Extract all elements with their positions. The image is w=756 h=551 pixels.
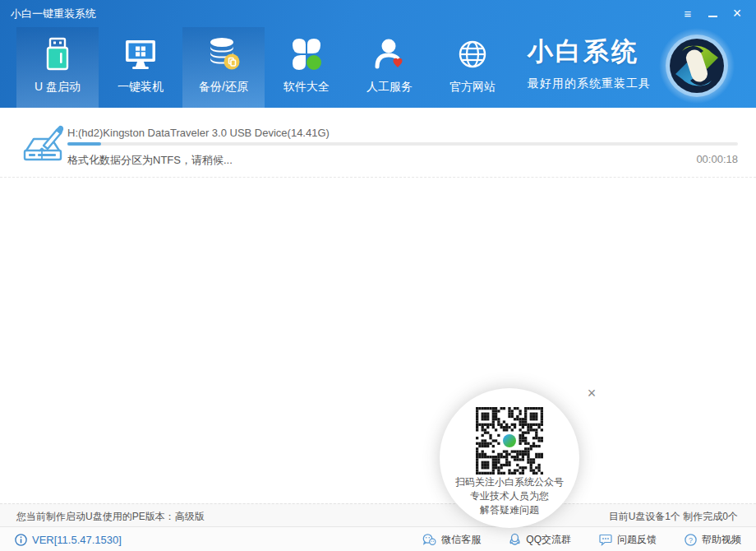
nav-label: 一键装机 — [118, 80, 164, 95]
popup-close-icon[interactable]: × — [583, 385, 600, 401]
globe-website-icon — [454, 36, 491, 72]
main-nav: U 盘启动 一键装机 — [16, 27, 514, 108]
status-bar: 您当前制作启动U盘使用的PE版本：高级版 目前U盘设备1个 制作完成0个 — [0, 503, 756, 526]
recycle-arrows-logo — [657, 26, 736, 105]
close-icon[interactable]: × — [725, 0, 749, 27]
monitor-install-icon — [122, 36, 159, 72]
task-status-text: 格式化数据分区为NTFS，请稍候... — [67, 153, 233, 168]
nav-label: 软件大全 — [284, 80, 330, 95]
info-icon — [15, 534, 27, 546]
usb-device-count-status: 目前U盘设备1个 制作完成0个 — [609, 510, 738, 524]
title-bar: 小白一键重装系统 ≡ × — [0, 0, 756, 27]
nav-label: U 盘启动 — [35, 80, 81, 95]
brand-block: 小白系统 最好用的系统重装工具 — [528, 35, 651, 91]
nav-tab-backup-restore[interactable]: 备份/还原 — [182, 27, 265, 108]
disk-write-icon — [20, 121, 64, 172]
minimize-icon[interactable] — [700, 0, 725, 27]
progress-bar — [67, 142, 738, 146]
software-apps-icon — [288, 36, 325, 72]
nav-tab-human-support[interactable]: 人工服务 — [348, 27, 431, 108]
elapsed-time: 00:00:18 — [696, 153, 738, 165]
menu-icon[interactable]: ≡ — [675, 0, 700, 27]
pe-version-status: 您当前制作启动U盘使用的PE版本：高级版 — [16, 510, 205, 524]
version-text: VER[11.5.47.1530] — [32, 534, 122, 546]
progress-bar-fill — [67, 142, 101, 146]
wechat-icon — [422, 534, 436, 546]
footer-link-label: QQ交流群 — [526, 533, 571, 547]
help-video-link[interactable]: ? 帮助视频 — [685, 533, 741, 547]
version-info[interactable]: VER[11.5.47.1530] — [15, 527, 122, 551]
footer-link-label: 帮助视频 — [702, 533, 741, 547]
app-header: 小白一键重装系统 ≡ × U 盘启动 — [0, 0, 756, 108]
brand-name: 小白系统 — [528, 35, 651, 69]
brand-tagline: 最好用的系统重装工具 — [528, 76, 651, 91]
window-title: 小白一键重装系统 — [11, 7, 96, 21]
backup-restore-disks-icon — [205, 36, 242, 72]
nav-tab-one-key-install[interactable]: 一键装机 — [99, 27, 182, 108]
wechat-support-link[interactable]: 微信客服 — [422, 533, 481, 547]
nav-label: 官方网站 — [449, 80, 496, 95]
task-device-label: H:(hd2)Kingston DataTraveler 3.0 USB Dev… — [67, 127, 330, 139]
feedback-link[interactable]: 问题反馈 — [599, 533, 657, 547]
nav-tab-official-website[interactable]: 官方网站 — [431, 27, 514, 108]
section-divider — [0, 177, 756, 178]
qr-popup-text: 扫码关注小白系统公众号 专业技术人员为您 解答疑难问题 — [440, 475, 579, 517]
usb-drive-icon — [39, 36, 76, 72]
qr-center-logo — [501, 433, 518, 449]
nav-tab-usb-boot[interactable]: U 盘启动 — [16, 27, 99, 108]
task-progress-section: H:(hd2)Kingston DataTraveler 3.0 USB Dev… — [0, 108, 756, 178]
footer-link-label: 问题反馈 — [617, 533, 657, 547]
nav-label: 人工服务 — [366, 80, 413, 95]
nav-label: 备份/还原 — [199, 80, 248, 95]
qq-icon — [509, 533, 521, 546]
nav-tab-software[interactable]: 软件大全 — [265, 27, 348, 108]
footer-link-label: 微信客服 — [441, 533, 481, 547]
footer-bar: VER[11.5.47.1530] 微信客服 QQ交流群 — [0, 526, 756, 551]
support-person-heart-icon — [371, 36, 408, 72]
qr-popup-bubble: 扫码关注小白系统公众号 专业技术人员为您 解答疑难问题 — [440, 388, 579, 528]
help-video-icon: ? — [685, 534, 697, 546]
svg-text:?: ? — [689, 535, 693, 544]
qq-group-link[interactable]: QQ交流群 — [509, 533, 571, 547]
feedback-bubble-icon — [599, 534, 612, 546]
